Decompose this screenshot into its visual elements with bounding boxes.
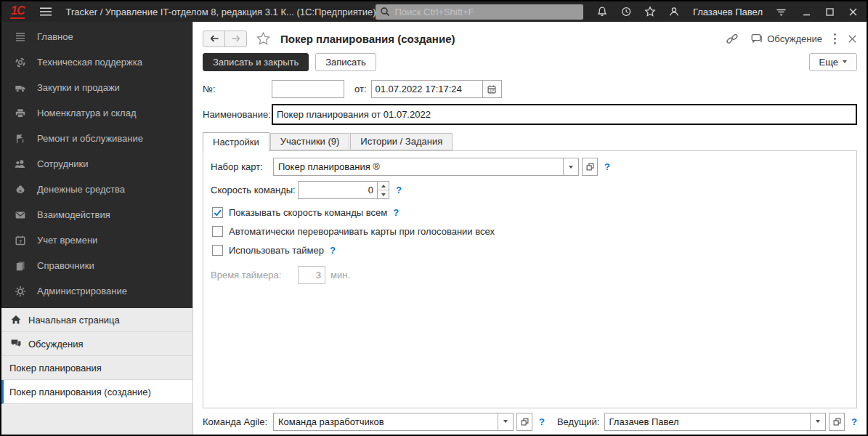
discussion-control[interactable]: Обсуждение	[750, 33, 822, 44]
repair-flags-icon	[14, 132, 26, 145]
help-icon[interactable]: ?	[604, 161, 610, 172]
money-bag-icon: s	[14, 183, 26, 195]
card-set-row: Набор карт: Покер планирования ® ?	[211, 158, 849, 176]
search-input[interactable]	[393, 6, 578, 18]
sidebar-item-label: Главное	[37, 31, 73, 42]
open-card-set-button[interactable]	[582, 158, 598, 176]
back-arrow-icon	[209, 34, 219, 43]
sidebar-item-employees[interactable]: Сотрудники	[1, 151, 192, 177]
help-icon[interactable]: ?	[851, 416, 857, 427]
use-timer-label: Использовать таймер	[229, 245, 324, 256]
date-input[interactable]	[372, 81, 482, 97]
sidebar-item-label: Ремонт и обслуживание	[37, 133, 143, 144]
svg-text:7: 7	[19, 238, 22, 243]
kebab-menu-icon[interactable]	[833, 33, 837, 45]
agile-team-combobox[interactable]: Команда разработчиков	[273, 413, 514, 431]
users-icon[interactable]	[668, 6, 681, 17]
card-set-combobox[interactable]: Покер планирования ®	[273, 158, 579, 176]
chevron-down-icon	[843, 60, 847, 63]
more-button[interactable]: Еще	[809, 53, 857, 71]
host-combobox[interactable]: Глазачев Павел	[604, 413, 827, 431]
burger-menu-icon[interactable]	[39, 7, 52, 17]
chevron-down-icon	[503, 420, 508, 423]
catalog-icon	[14, 259, 26, 272]
minimize-icon[interactable]	[802, 7, 811, 17]
help-icon[interactable]: ?	[539, 416, 545, 427]
sidebar-item-main[interactable]: Главное	[1, 24, 192, 49]
use-timer-row: Использовать таймер ?	[212, 245, 849, 256]
global-search[interactable]	[376, 4, 583, 20]
window-tab-label: Начальная страница	[28, 315, 120, 326]
sidebar-item-time-tracking[interactable]: 7 Учет времени	[1, 227, 192, 253]
command-bar: Записать и закрыть Записать Еще	[203, 50, 857, 73]
date-field	[371, 80, 502, 98]
truck-icon	[14, 81, 26, 94]
number-input[interactable]	[272, 80, 344, 98]
tab-settings[interactable]: Настройки	[203, 132, 269, 151]
help-icon[interactable]: ?	[330, 245, 336, 256]
window-tab-home[interactable]: Начальная страница	[1, 308, 192, 332]
spinner-up-button[interactable]	[378, 182, 389, 190]
timer-label: Время таймера:	[211, 270, 298, 280]
sidebar-item-money[interactable]: s Денежные средства	[1, 177, 192, 202]
save-and-close-button[interactable]: Записать и закрыть	[203, 53, 309, 71]
number-date-row: №: от:	[203, 79, 857, 99]
chevron-up-icon	[381, 185, 386, 187]
close-form-icon[interactable]	[848, 34, 857, 44]
dropdown-button[interactable]	[810, 413, 825, 430]
sidebar-item-label: Справочники	[37, 260, 94, 271]
tab-bar: Настройки Участники (9) Истории / Задани…	[203, 132, 857, 150]
card-set-label: Набор карт:	[211, 161, 273, 172]
help-icon[interactable]: ?	[396, 185, 402, 195]
name-input[interactable]	[272, 104, 857, 125]
dropdown-button[interactable]	[563, 158, 578, 175]
window-tab-label: Покер планирования (создание)	[9, 387, 151, 397]
save-button[interactable]: Записать	[315, 53, 376, 71]
team-speed-row: Скорость команды: ?	[211, 181, 849, 199]
printer-icon	[14, 107, 26, 119]
window-tab-poker-create[interactable]: Покер планирования (создание)	[1, 380, 192, 404]
discussion-label: Обсуждение	[767, 33, 822, 44]
close-icon[interactable]	[848, 7, 858, 17]
sidebar-item-purchases[interactable]: Закупки и продажи	[1, 75, 192, 100]
auto-flip-checkbox[interactable]	[212, 226, 223, 237]
chevron-down-icon	[569, 166, 573, 169]
team-speed-field	[298, 181, 389, 199]
sidebar-item-tech-support[interactable]: Техническая поддержка	[1, 49, 192, 75]
calendar-picker-button[interactable]	[482, 81, 501, 97]
open-host-button[interactable]	[829, 413, 845, 431]
calendar-icon: 7	[14, 234, 26, 246]
window-tab-label: Обсуждения	[28, 339, 84, 350]
tab-stories[interactable]: Истории / Задания	[350, 133, 453, 150]
tab-participants[interactable]: Участники (9)	[270, 133, 350, 150]
sidebar-item-repair[interactable]: Ремонт и обслуживание	[1, 126, 192, 151]
back-button[interactable]	[203, 31, 225, 47]
show-speed-checkbox[interactable]	[212, 207, 223, 218]
help-icon[interactable]: ?	[393, 207, 399, 218]
sidebar-item-nomenclature[interactable]: Номенклатура и склад	[1, 100, 192, 126]
maximize-icon[interactable]	[825, 7, 835, 17]
bell-icon[interactable]	[596, 6, 608, 17]
history-icon[interactable]	[620, 6, 632, 17]
menu-lines-icon	[14, 31, 26, 43]
window-tab-label: Покер планирования	[9, 363, 102, 374]
spinner-down-button[interactable]	[378, 190, 389, 198]
dropdown-button[interactable]	[498, 413, 513, 430]
current-user-name[interactable]: Глазачев Павел	[693, 7, 763, 17]
window-tab-discussions[interactable]: Обсуждения	[1, 332, 192, 356]
team-speed-input[interactable]	[298, 181, 378, 199]
sidebar-item-administration[interactable]: Администрирование	[1, 278, 192, 304]
window-tab-poker[interactable]: Покер планирования	[1, 356, 192, 380]
favorite-star-icon[interactable]	[256, 31, 271, 46]
star-icon[interactable]	[644, 6, 656, 17]
sidebar-item-label: Сотрудники	[37, 158, 88, 169]
open-team-button[interactable]	[516, 413, 532, 431]
forward-button[interactable]	[224, 31, 247, 47]
sidebar-sections: Главное Техническая поддержка Закупки и …	[1, 22, 192, 308]
sidebar-item-interactions[interactable]: Взаимодействия	[1, 202, 192, 227]
sidebar-item-catalogs[interactable]: Справочники	[1, 253, 192, 278]
link-icon[interactable]	[726, 33, 739, 45]
use-timer-checkbox[interactable]	[212, 245, 223, 256]
network-icon[interactable]	[775, 7, 787, 17]
page-title: Покер планирования (создание)	[280, 33, 455, 45]
